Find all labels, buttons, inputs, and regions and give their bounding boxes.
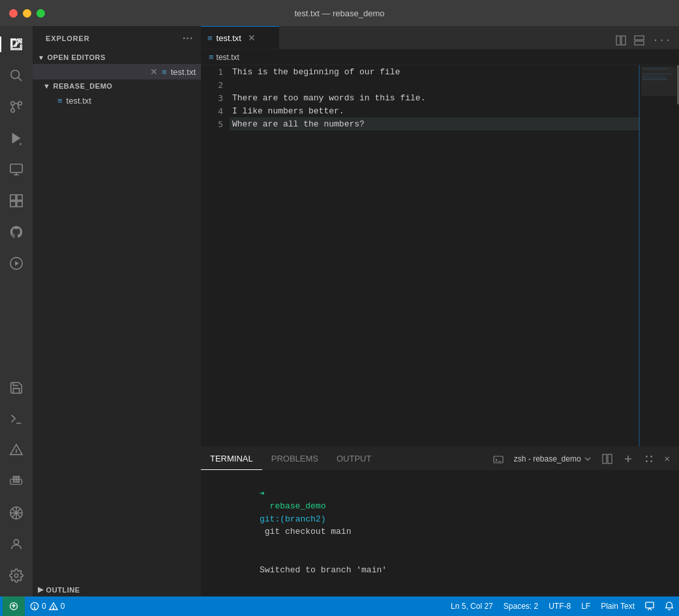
activity-bar (0, 26, 33, 596)
sidebar-item-terminal[interactable] (0, 403, 33, 435)
tab-close-button[interactable]: ✕ (248, 33, 256, 43)
panel: TERMINAL PROBLEMS OUTPUT zsh - rebase_de… (201, 447, 679, 596)
sidebar-item-settings[interactable] (0, 560, 33, 591)
editor-lines[interactable]: This is the beginning of our file There … (230, 65, 679, 447)
status-feedback[interactable] (640, 596, 659, 616)
minimap-preview (641, 66, 676, 96)
maximize-button[interactable] (37, 9, 45, 18)
svg-rect-14 (17, 201, 22, 207)
explorer-actions[interactable]: ··· (183, 33, 193, 44)
split-editor-button[interactable] (613, 33, 629, 48)
main-content: ≡ test.txt ✕ ··· ≡ test.txt 1 (201, 26, 679, 596)
maximize-panel-button[interactable] (640, 451, 658, 467)
breadcrumb: ≡ test.txt (201, 50, 679, 65)
editor-layout-button[interactable] (631, 33, 647, 48)
sidebar-item-kubernetes[interactable] (0, 497, 33, 529)
line-number-2: 2 (201, 78, 230, 91)
new-terminal-button[interactable] (489, 451, 507, 467)
editor-area[interactable]: 1 2 3 4 5 This is the beginning of our f… (201, 65, 679, 447)
open-editor-file-test-txt[interactable]: ✕ ≡ test.txt (33, 64, 201, 80)
svg-marker-6 (12, 133, 21, 144)
close-icon[interactable]: ✕ (150, 67, 158, 76)
close-panel-button[interactable]: ✕ (661, 450, 674, 467)
editor-right-border (639, 65, 640, 447)
outline-section[interactable]: ▶ Outline (33, 583, 201, 596)
file-name: test.txt (171, 67, 196, 77)
minimize-button[interactable] (23, 9, 31, 18)
panel-tab-output[interactable]: OUTPUT (327, 447, 380, 470)
sidebar-item-play[interactable] (0, 248, 33, 279)
kill-terminal-button[interactable] (619, 451, 637, 467)
warning-count: 0 (61, 602, 65, 611)
open-editors-chevron: ▼ (38, 54, 44, 61)
status-remote[interactable] (3, 596, 25, 616)
sidebar-item-explorer[interactable] (0, 29, 33, 60)
split-terminal-button[interactable] (598, 451, 616, 467)
terminal-content[interactable]: ➜ rebase_demo git:(branch2) git checkout… (201, 471, 679, 596)
outline-chevron: ▶ (38, 585, 44, 594)
svg-point-4 (11, 109, 15, 113)
status-encoding[interactable]: UTF-8 (543, 596, 576, 616)
sidebar-item-save[interactable] (0, 372, 33, 403)
svg-rect-8 (10, 164, 22, 173)
line-number-1: 1 (201, 65, 230, 78)
titlebar: test.txt — rebase_demo (0, 0, 679, 26)
panel-tab-actions: zsh - rebase_demo ✕ (489, 450, 679, 467)
sidebar-item-docker[interactable] (0, 466, 33, 497)
sidebar-item-search[interactable] (0, 60, 33, 91)
tab-bar: ≡ test.txt ✕ ··· (201, 26, 679, 50)
svg-rect-13 (10, 201, 16, 207)
folder-section-rebase-demo[interactable]: ▼ rebase_demo (33, 80, 201, 93)
sidebar-item-account[interactable] (0, 529, 33, 560)
svg-point-36 (53, 608, 53, 609)
window-controls (9, 9, 45, 18)
svg-line-2 (18, 78, 22, 81)
status-left: 0 0 (0, 596, 70, 616)
sidebar-item-github[interactable] (0, 216, 33, 248)
editor-line-4: I like numbers better. (230, 104, 679, 117)
terminal-line-2: Switched to branch 'main' (209, 551, 671, 589)
status-notifications[interactable] (659, 596, 679, 616)
svg-rect-26 (635, 36, 644, 40)
svg-rect-31 (608, 454, 612, 463)
status-bar: 0 0 Ln 5, Col 27 Spaces: 2 UTF-8 LF Plai… (0, 596, 679, 616)
svg-rect-24 (616, 36, 620, 45)
line-number-5: 5 (201, 117, 230, 130)
tab-test-txt[interactable]: ≡ test.txt ✕ (201, 26, 279, 49)
tab-label: test.txt (217, 33, 241, 43)
terminal-name: zsh - rebase_demo (514, 454, 581, 463)
panel-tab-terminal[interactable]: TERMINAL (201, 447, 262, 470)
line-number-4: 4 (201, 104, 230, 117)
folder-file-test-txt[interactable]: ≡ test.txt (33, 93, 201, 108)
activity-bar-bottom (0, 372, 33, 596)
tab-actions: ··· (613, 32, 679, 49)
sidebar-item-a[interactable] (0, 435, 33, 466)
sidebar-item-git[interactable] (0, 91, 33, 123)
terminal-line-3: ➜ rebase_demo git:(main) git merge branc… (209, 589, 671, 597)
terminal-line-1: ➜ rebase_demo git:(branch2) git checkout… (209, 475, 671, 551)
svg-point-5 (18, 102, 22, 106)
status-eol[interactable]: LF (576, 596, 596, 616)
editor-line-5: Where are all the numbers? (230, 117, 679, 130)
sidebar-item-remote[interactable] (0, 154, 33, 185)
status-language[interactable]: Plain Text (596, 596, 640, 616)
svg-point-1 (11, 70, 20, 79)
error-count: 0 (42, 602, 46, 611)
minimap (640, 65, 679, 447)
editor-gutter: 1 2 3 4 5 (201, 65, 230, 447)
open-editors-section[interactable]: ▼ Open Editors (33, 51, 201, 64)
status-position[interactable]: Ln 5, Col 27 (445, 596, 498, 616)
svg-marker-16 (15, 261, 19, 265)
more-actions-icon[interactable]: ··· (183, 33, 193, 44)
status-spaces[interactable]: Spaces: 2 (498, 596, 543, 616)
sidebar-item-run[interactable] (0, 123, 33, 154)
editor-line-1: This is the beginning of our file (230, 65, 679, 78)
close-button[interactable] (9, 9, 18, 18)
editor-line-2 (230, 78, 679, 91)
more-actions-button[interactable]: ··· (650, 32, 674, 49)
terminal-dropdown[interactable]: zsh - rebase_demo (510, 452, 596, 466)
file-icon: ≡ (57, 96, 63, 106)
panel-tab-problems[interactable]: PROBLEMS (262, 447, 327, 470)
sidebar-item-extensions[interactable] (0, 185, 33, 216)
status-errors[interactable]: 0 0 (25, 596, 70, 616)
